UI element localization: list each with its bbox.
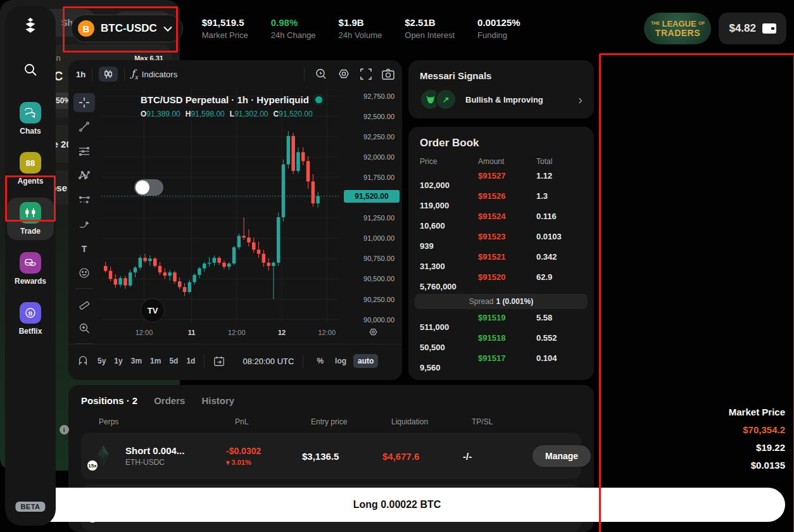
interval-button[interactable]: 1h bbox=[76, 70, 85, 79]
chart-toolbar: 1h ƒx Indicators bbox=[68, 60, 402, 88]
signals-row[interactable]: ↗ Bullish & Improving › bbox=[420, 89, 583, 110]
pair-selector[interactable]: B BTC-USDC bbox=[71, 15, 183, 42]
summary-row: EntryMarket Price bbox=[9, 407, 785, 417]
fx-icon: ƒx bbox=[131, 68, 138, 80]
clock-button[interactable]: 08:20:00 UTC bbox=[243, 357, 294, 366]
price-cell: $91518 bbox=[478, 333, 536, 343]
fullscreen-icon[interactable] bbox=[360, 68, 372, 80]
price-cell: $91526 bbox=[478, 191, 536, 201]
stat-label: Funding bbox=[477, 30, 520, 40]
time-axis: 12:001112:001212:00 bbox=[101, 325, 339, 343]
trend-line-tool-icon[interactable] bbox=[73, 118, 95, 137]
magnet-icon[interactable] bbox=[77, 355, 89, 367]
sidebar-item-agents[interactable]: 88Agents bbox=[7, 148, 54, 190]
order-book-bid-row[interactable] bbox=[415, 374, 588, 380]
rewards-icon bbox=[20, 252, 41, 274]
text-tool-icon[interactable]: T bbox=[73, 239, 95, 258]
order-book-ask-row[interactable]: $915230.0103939 bbox=[415, 232, 588, 250]
betflix-icon: B bbox=[20, 302, 41, 324]
trend-up-icon: ↗ bbox=[435, 89, 457, 110]
league-of-traders-badge[interactable]: THE LEAGUE OF TRADERS bbox=[644, 13, 711, 44]
auto-close-toggle[interactable] bbox=[134, 179, 163, 196]
axis-settings-icon[interactable] bbox=[369, 327, 378, 339]
time-tick: 12:00 bbox=[318, 329, 336, 336]
summary-row: Est. fee$0.0135 bbox=[9, 460, 785, 471]
sidebar-item-betflix[interactable]: BBetflix bbox=[7, 298, 54, 340]
order-book-bid-row[interactable]: $915180.55250,500 bbox=[415, 333, 588, 351]
order-book-bid-row[interactable]: $915195.58511,000 bbox=[415, 313, 588, 331]
total-cell: 9,560 bbox=[420, 363, 478, 372]
camera-icon[interactable] bbox=[382, 68, 394, 80]
price-cell: $91520 bbox=[478, 272, 536, 282]
horizontal-lines-tool-icon[interactable] bbox=[73, 142, 95, 161]
signals-title: Messari Signals bbox=[420, 70, 583, 81]
stat-value: $1.9B bbox=[339, 17, 382, 28]
tab-positions[interactable]: Positions · 2 bbox=[81, 395, 137, 406]
ruler-tool-icon[interactable] bbox=[73, 294, 95, 314]
calendar-icon[interactable] bbox=[213, 355, 225, 367]
submit-order-button[interactable]: Long 0.00022 BTC bbox=[9, 488, 785, 522]
stat-market-price: $91,519.5Market Price bbox=[202, 17, 248, 40]
timeframe-3m[interactable]: 3m bbox=[131, 357, 142, 365]
price-cell: $91521 bbox=[478, 252, 536, 262]
chart-panel: 1h ƒx Indicators bbox=[68, 60, 402, 380]
amount-cell: 1.12 bbox=[536, 171, 588, 180]
xabcd-pattern-tool-icon[interactable] bbox=[73, 167, 95, 186]
fib-tool-tool-icon[interactable] bbox=[73, 191, 95, 210]
total-cell: 102,000 bbox=[420, 180, 478, 190]
tab-history[interactable]: History bbox=[201, 395, 234, 406]
total-cell: 50,500 bbox=[420, 343, 478, 352]
order-book-ask-row[interactable]: $915240.11610,600 bbox=[415, 212, 588, 229]
wallet-button[interactable]: $4.82 bbox=[719, 13, 786, 44]
order-book-ask-row[interactable]: $915210.34231,300 bbox=[415, 252, 588, 270]
sidebar-item-rewards[interactable]: Rewards bbox=[7, 248, 54, 290]
amount-cell: 0.116 bbox=[536, 212, 588, 221]
order-book-bid-row[interactable]: $915170.1049,560 bbox=[415, 353, 588, 371]
amount-cell: 0.552 bbox=[536, 333, 588, 343]
search-icon[interactable] bbox=[23, 62, 38, 80]
stat-label: 24h Change bbox=[271, 30, 316, 40]
stat-value: 0.98% bbox=[271, 17, 316, 28]
market-status-dot bbox=[315, 96, 322, 103]
ohlc-values: O91,389.00H91,598.00L91,302.00C91,520.00 bbox=[141, 110, 313, 118]
order-book-ask-row[interactable]: $9152062.95,760,000 bbox=[415, 272, 588, 290]
chevron-down-icon bbox=[163, 26, 172, 32]
signals-status: Bullish & Improving bbox=[465, 95, 543, 104]
alert-icon[interactable] bbox=[315, 68, 327, 80]
chart-title: BTC/USD Perpetual · 1h · Hyperliquid bbox=[141, 94, 309, 105]
zoom-in-tool-icon[interactable] bbox=[73, 319, 95, 338]
tools-divider bbox=[75, 288, 93, 289]
price-tick: 90,500.00 bbox=[363, 275, 394, 282]
indicators-button[interactable]: ƒx Indicators bbox=[131, 68, 177, 80]
trade-icon bbox=[20, 202, 41, 224]
crosshair-tool-icon[interactable] bbox=[73, 93, 95, 112]
ohlc-H: H91,598.00 bbox=[186, 110, 225, 118]
timeframe-1d[interactable]: 1d bbox=[186, 357, 195, 365]
order-book-ask-row[interactable]: $915261.3119,000 bbox=[415, 191, 588, 209]
info-icon[interactable] bbox=[60, 425, 69, 434]
time-tick: 12 bbox=[278, 329, 286, 336]
timeframe-5y[interactable]: 5y bbox=[98, 357, 106, 365]
tab-orders[interactable]: Orders bbox=[154, 395, 185, 406]
tradingview-logo[interactable]: TV bbox=[141, 298, 165, 322]
sidebar-item-chats[interactable]: Chats bbox=[7, 98, 54, 140]
sidebar-item-trade[interactable]: Trade bbox=[7, 198, 54, 240]
order-book-header: Price bbox=[420, 157, 478, 166]
scale-%[interactable]: % bbox=[312, 354, 328, 368]
order-summary: EntryMarket PriceLiquidation$70,354.2Siz… bbox=[9, 407, 785, 478]
timeframe-1y[interactable]: 1y bbox=[114, 357, 122, 365]
emoji-tool-icon[interactable] bbox=[73, 264, 95, 283]
settings-icon[interactable] bbox=[337, 68, 350, 80]
current-price-label: 91,520.00 bbox=[344, 190, 400, 203]
timeframe-5d[interactable]: 5d bbox=[169, 357, 178, 365]
scale-log[interactable]: log bbox=[331, 354, 351, 368]
stat-value: $91,519.5 bbox=[202, 17, 248, 28]
brush-tool-icon[interactable] bbox=[73, 215, 95, 234]
messari-signals-panel: Messari Signals ↗ Bullish & Improving › bbox=[408, 60, 594, 118]
order-book-ask-row[interactable]: $915271.12102,000 bbox=[415, 171, 588, 189]
chevron-right-icon[interactable]: › bbox=[578, 93, 583, 106]
spread-value: 1 (0.001%) bbox=[496, 297, 534, 306]
scale-auto[interactable]: auto bbox=[353, 354, 378, 368]
candle-style-button[interactable] bbox=[99, 66, 118, 82]
timeframe-1m[interactable]: 1m bbox=[150, 357, 161, 365]
